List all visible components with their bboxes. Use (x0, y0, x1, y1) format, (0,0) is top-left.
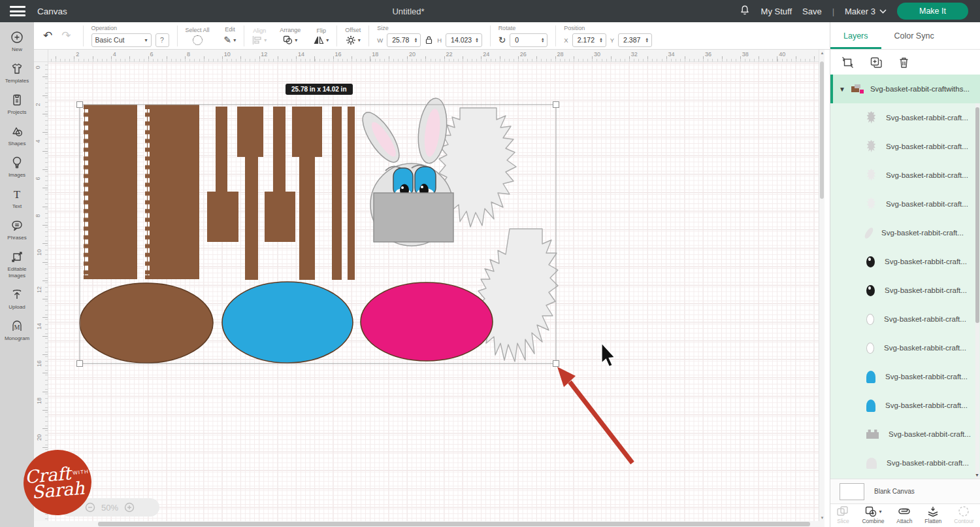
flip-icon (314, 36, 324, 44)
layer-row[interactable]: Svg-basket-rabbit-craft... (830, 276, 980, 305)
y-label: Y (610, 37, 614, 44)
design-canvas[interactable]: 25.78 in x 14.02 in (48, 62, 819, 521)
position-x-input[interactable]: 2.172▲▼ (572, 33, 606, 47)
layer-group-header[interactable]: ▼ Svg-basket-rabbit-craftwiths... (830, 75, 980, 103)
canvas-horizontal-scrollbar[interactable] (34, 521, 825, 527)
height-label: H (437, 37, 442, 44)
rotate-icon[interactable]: ↻ (498, 35, 506, 44)
position-y-input[interactable]: 2.387▲▼ (618, 33, 652, 47)
sidebar-item-templates[interactable]: Templates (0, 61, 34, 84)
duplicate-icon[interactable] (870, 56, 883, 69)
attach-icon (897, 505, 911, 517)
machine-selector[interactable]: Maker 3 (845, 7, 887, 16)
layer-row[interactable]: Svg-basket-rabbit-craft... (830, 247, 980, 276)
help-button[interactable]: ? (155, 33, 169, 47)
rotate-input[interactable]: 0▲▼ (510, 33, 547, 47)
combine-icon (864, 505, 877, 517)
layer-name: Svg-basket-rabbit-craft... (887, 459, 969, 467)
lock-icon[interactable] (425, 35, 433, 44)
operation-select[interactable]: Basic Cut▾ (91, 33, 152, 47)
select-all-icon[interactable] (193, 35, 203, 45)
sidebar-item-label: Shapes (1, 141, 33, 147)
layer-row[interactable]: Svg-basket-rabbit-craft... (830, 103, 980, 132)
height-input[interactable]: 14.023▲▼ (446, 33, 482, 47)
layer-row[interactable]: Svg-basket-rabbit-craft... (830, 161, 980, 190)
layer-name: Svg-basket-rabbit-craft... (886, 143, 968, 150)
redo-button[interactable]: ↷ (61, 30, 71, 41)
action-flatten[interactable]: Flatten (924, 505, 941, 524)
layer-row[interactable]: Svg-basket-rabbit-craft... (830, 333, 980, 362)
layer-name: Svg-basket-rabbit-craft... (885, 258, 967, 265)
sidebar-item-shapes[interactable]: Shapes (0, 124, 34, 147)
artwork[interactable] (48, 62, 819, 521)
sidebar-item-label: Monogram (1, 335, 33, 342)
zoom-out-icon[interactable] (85, 502, 95, 513)
tab-color-sync[interactable]: Color Sync (881, 22, 947, 49)
edit-menu-button[interactable]: ✎▾ (224, 35, 237, 45)
monogram-icon: M (10, 319, 24, 333)
canvas-vertical-scrollbar[interactable]: ▲ ▼ (819, 50, 825, 521)
sidebar-item-editable-images[interactable]: Editable Images (0, 250, 34, 279)
undo-button[interactable]: ↶ (43, 30, 52, 41)
menu-icon[interactable] (10, 6, 25, 16)
flip-label: Flip (317, 27, 327, 34)
layers-scrollbar[interactable]: ▼ (975, 103, 979, 479)
sidebar-item-label: Phrases (1, 235, 33, 241)
layer-row[interactable]: Svg-basket-rabbit-craft... (830, 362, 980, 391)
arrange-button[interactable]: ▾ (283, 35, 297, 44)
blank-canvas-row[interactable]: Blank Canvas (830, 479, 980, 503)
layer-row[interactable]: Svg-basket-rabbit-craft... (830, 391, 980, 420)
layer-row[interactable]: Svg-basket-rabbit-craft... (830, 218, 980, 247)
shapes-icon (10, 124, 24, 139)
operation-label: Operation (91, 25, 169, 31)
layer-row[interactable]: Svg-basket-rabbit-craft... (830, 420, 980, 449)
my-stuff-link[interactable]: My Stuff (761, 7, 792, 16)
layer-row[interactable]: Svg-basket-rabbit-craft... (830, 449, 980, 477)
arrange-icon (283, 35, 293, 44)
combine-caret-icon: ▾ (879, 509, 881, 515)
layer-thumbnail (866, 430, 879, 439)
offset-button[interactable]: ▾ (346, 35, 361, 45)
text-icon: T (10, 187, 24, 201)
save-link[interactable]: Save (802, 7, 822, 16)
width-label: W (377, 37, 383, 44)
sidebar-item-phrases[interactable]: Phrases (0, 218, 34, 241)
speech-bubble-icon (10, 218, 24, 233)
layer-row[interactable]: Svg-basket-rabbit-craft... (830, 132, 980, 161)
arrange-label: Arrange (280, 27, 301, 33)
sidebar-item-text[interactable]: T Text (0, 187, 34, 210)
sidebar-item-new[interactable]: New (0, 30, 34, 53)
width-input[interactable]: 25.78▲▼ (387, 33, 421, 47)
group-name: Svg-basket-rabbit-craftwiths... (870, 85, 970, 93)
layer-name: Svg-basket-rabbit-craft... (889, 430, 971, 438)
ungroup-icon[interactable] (841, 56, 854, 69)
sidebar-item-upload[interactable]: Upload (0, 288, 34, 311)
basket-front (374, 193, 453, 242)
trash-icon[interactable] (898, 56, 909, 69)
sidebar-item-projects[interactable]: Projects (0, 93, 34, 116)
blank-canvas-label: Blank Canvas (874, 488, 915, 495)
zoom-level: 50% (101, 503, 118, 513)
select-all-label: Select All (186, 27, 210, 33)
sidebar-item-monogram[interactable]: M Monogram (0, 319, 34, 342)
layers-toolbar (830, 50, 980, 75)
action-combine[interactable]: ▾ Combine (862, 505, 884, 524)
make-it-button[interactable]: Make It (897, 3, 968, 20)
flip-button[interactable]: ▾ (314, 36, 329, 44)
layer-thumbnail (866, 169, 876, 182)
action-attach[interactable]: Attach (896, 505, 912, 524)
zoom-in-icon[interactable] (124, 502, 135, 513)
tab-layers[interactable]: Layers (830, 22, 881, 49)
sidebar-item-images[interactable]: Images (0, 156, 34, 178)
contour-icon (957, 505, 970, 517)
cricut-design-space-app: Canvas Untitled* My Stuff Save | Maker 3… (0, 0, 980, 527)
layer-row[interactable]: Svg-basket-rabbit-craft... (830, 305, 980, 333)
topbar: Canvas Untitled* My Stuff Save | Maker 3… (0, 0, 980, 22)
layer-thumbnail (866, 314, 874, 325)
selection-handle-top-left (77, 102, 83, 108)
ruler-horizontal: 246810121416182022242628303234363840 (48, 50, 819, 62)
layers-list: ▼ Svg-basket-rabbit-craft... Svg-basket-… (830, 103, 980, 479)
chevron-down-icon[interactable]: ▼ (839, 86, 845, 93)
notifications-bell-icon[interactable] (739, 5, 751, 18)
layer-row[interactable]: Svg-basket-rabbit-craft... (830, 190, 980, 218)
